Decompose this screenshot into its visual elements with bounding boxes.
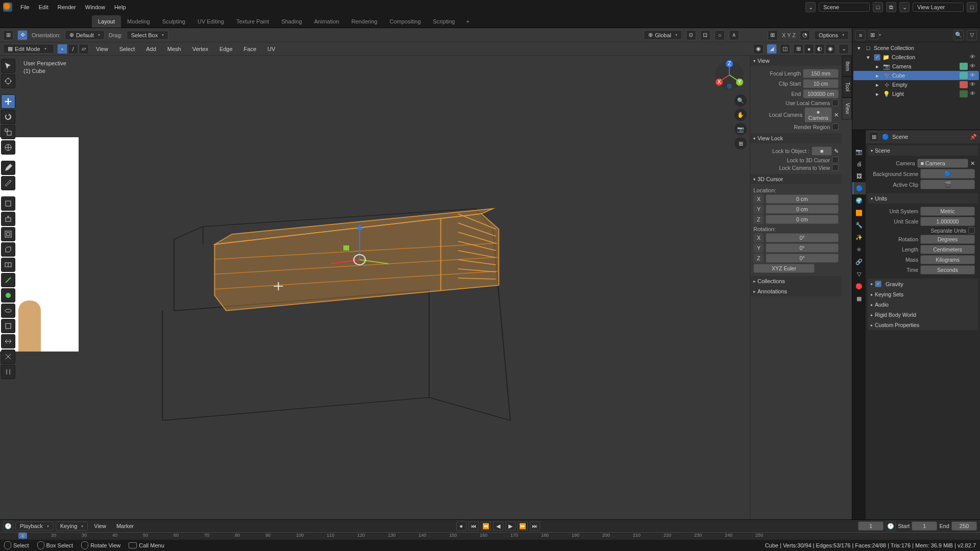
scene-copy-icon[interactable]: ⧉: [886, 2, 896, 12]
outliner-light[interactable]: ▸💡 Light 👁: [853, 89, 979, 98]
rot-y-field[interactable]: 0°: [766, 243, 839, 253]
play-icon[interactable]: ▶: [505, 521, 516, 531]
shrink-tool[interactable]: [1, 349, 15, 364]
unitsys-field[interactable]: Metric: [920, 207, 975, 216]
knife-tool[interactable]: [1, 273, 15, 287]
snap-icon[interactable]: ⊙: [686, 30, 696, 40]
outliner-scene-collection[interactable]: ▾ □ Scene Collection: [853, 43, 979, 53]
prop-tab-data[interactable]: ▽: [852, 268, 866, 280]
edge-select-icon[interactable]: /: [68, 44, 78, 54]
tab-add-workspace[interactable]: +: [461, 15, 474, 28]
drag-dropdown[interactable]: Select Box: [127, 31, 169, 40]
visibility-icon[interactable]: 👁: [970, 54, 977, 61]
editor-type-icon[interactable]: ⊞: [3, 30, 13, 40]
camera-field[interactable]: ■ Camera: [917, 159, 969, 168]
scene-new-icon[interactable]: □: [873, 2, 883, 12]
face-select-icon[interactable]: ▱: [79, 44, 89, 54]
outliner-cube[interactable]: ▸▽ Cube 👁: [853, 71, 979, 80]
prop-tab-object[interactable]: 🟧: [852, 207, 866, 219]
annotate-tool[interactable]: [1, 161, 15, 175]
vertex-menu[interactable]: Vertex: [188, 44, 212, 54]
timeline-type-icon[interactable]: 🕐: [3, 521, 13, 531]
zoom-icon[interactable]: 🔍: [734, 94, 747, 107]
sep-checkbox[interactable]: [968, 227, 975, 234]
rot-field[interactable]: Degrees: [920, 235, 975, 244]
tab-shading[interactable]: Shading: [275, 15, 308, 28]
loc-z-field[interactable]: 0 cm: [766, 215, 839, 224]
viewport-3d[interactable]: User Perspective(1) Cube X Y Z 🔍 ✋ 📷 ⊞: [0, 56, 852, 519]
edge-slide-tool[interactable]: [1, 334, 15, 348]
jump-end-icon[interactable]: ⏭: [530, 521, 540, 531]
prop-tab-constraint[interactable]: 🔗: [852, 256, 866, 268]
rotate-tool[interactable]: [1, 110, 15, 124]
side-tab-view[interactable]: View: [842, 97, 852, 120]
time-field[interactable]: Seconds: [920, 265, 975, 274]
prev-key-icon[interactable]: ⏪: [481, 521, 491, 531]
orientation-dropdown[interactable]: ⊕Default: [65, 30, 105, 40]
clear-icon[interactable]: ✕: [970, 160, 975, 167]
prop-tab-physics[interactable]: ⚛: [852, 243, 866, 256]
orientation-gizmo[interactable]: X Y Z: [714, 60, 745, 90]
move-tool-icon[interactable]: ✥: [17, 30, 28, 40]
autokey-icon[interactable]: ●: [456, 521, 467, 531]
overlay-icon[interactable]: ◔: [800, 30, 810, 40]
next-key-icon[interactable]: ⏩: [518, 521, 528, 531]
localcam-field[interactable]: ■ Camera: [804, 107, 832, 122]
visibility-icon[interactable]: 👁: [970, 63, 977, 70]
options-dropdown[interactable]: Options: [814, 31, 849, 40]
eyedropper-icon[interactable]: ✎: [834, 148, 839, 155]
panel-annotations-header[interactable]: Annotations: [750, 286, 842, 296]
section-custom-header[interactable]: Custom Properties: [868, 320, 978, 330]
visibility-icon[interactable]: 👁: [970, 81, 977, 88]
measure-tool[interactable]: [1, 176, 15, 190]
transform-tool[interactable]: [1, 140, 15, 155]
scale-tool[interactable]: [1, 125, 15, 139]
section-scene-header[interactable]: Scene: [868, 145, 978, 156]
wireframe-shading-icon[interactable]: ⊞: [793, 44, 803, 54]
prop-tab-world[interactable]: 🌍: [852, 194, 866, 207]
snap-type-icon[interactable]: ⊡: [700, 30, 710, 40]
menu-edit[interactable]: Edit: [35, 2, 53, 12]
lockobj-field[interactable]: ■: [812, 146, 832, 156]
face-menu[interactable]: Face: [240, 44, 260, 54]
prop-tab-texture[interactable]: ▦: [852, 292, 866, 305]
tab-sculpting[interactable]: Sculpting: [156, 15, 191, 28]
perspective-icon[interactable]: ⊞: [734, 137, 747, 149]
shading-dropdown-icon[interactable]: ⌄: [839, 44, 849, 54]
loc-y-field[interactable]: 0 cm: [766, 205, 839, 214]
prop-tab-output[interactable]: 🖨: [852, 158, 866, 170]
tab-layout[interactable]: Layout: [92, 15, 121, 28]
mode-dropdown[interactable]: ▦Edit Mode: [3, 44, 54, 54]
prop-tab-particle[interactable]: ✨: [852, 231, 866, 243]
select-menu[interactable]: Select: [115, 44, 139, 54]
panel-3dcursor-header[interactable]: 3D Cursor: [750, 174, 842, 184]
add-menu[interactable]: Add: [142, 44, 160, 54]
playback-dropdown[interactable]: Playback: [15, 521, 54, 531]
loc-x-field[interactable]: 0 cm: [766, 194, 839, 204]
side-tab-tool[interactable]: Tool: [842, 77, 852, 97]
gizmo-toggle-icon[interactable]: ⊞: [768, 30, 778, 40]
transform-orientation-dropdown[interactable]: ⊕Global: [644, 30, 682, 40]
search-icon[interactable]: 🔍: [953, 30, 964, 40]
lockcam-checkbox[interactable]: [832, 164, 839, 171]
polybuild-tool[interactable]: [1, 288, 15, 303]
tab-compositing[interactable]: Compositing: [383, 15, 427, 28]
menu-help[interactable]: Help: [110, 2, 130, 12]
extrude-tool[interactable]: [1, 212, 15, 226]
pan-icon[interactable]: ✋: [734, 109, 747, 121]
viewlayer-new-icon[interactable]: □: [967, 2, 977, 12]
spin-tool[interactable]: [1, 304, 15, 318]
scene-browse-icon[interactable]: ⌄: [805, 2, 816, 12]
render-region-checkbox[interactable]: [832, 123, 839, 130]
collection-checkbox[interactable]: [874, 54, 880, 61]
section-units-header[interactable]: Units: [868, 193, 978, 204]
current-frame-field[interactable]: 1: [858, 521, 884, 531]
section-audio-header[interactable]: Audio: [868, 299, 978, 310]
tab-rendering[interactable]: Rendering: [345, 15, 383, 28]
clip-field[interactable]: 🎬: [920, 180, 975, 189]
menu-window[interactable]: Window: [81, 2, 109, 12]
clear-icon[interactable]: ✕: [834, 112, 839, 118]
prop-tab-scene[interactable]: 🔵: [852, 182, 866, 194]
select-tool[interactable]: [1, 59, 15, 73]
localcam-checkbox[interactable]: [832, 99, 839, 106]
